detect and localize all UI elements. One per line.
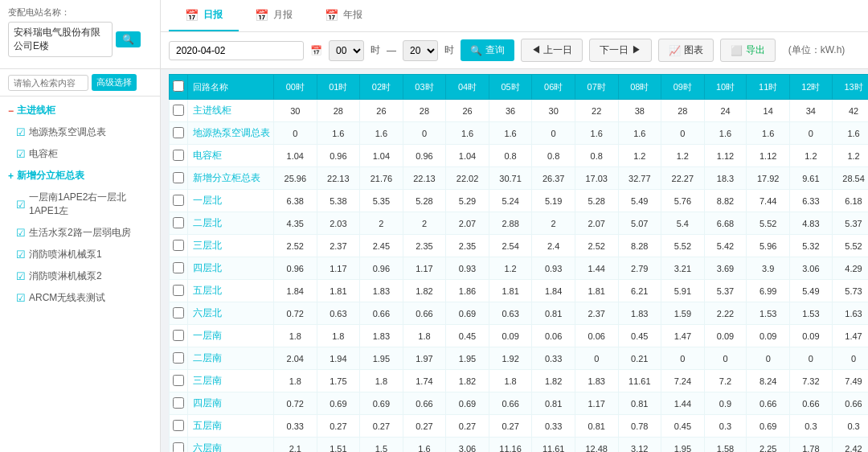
row-name: 二层北 [188,212,274,235]
select-all-checkbox[interactable] [173,80,184,92]
row-value: 22.13 [317,167,360,190]
row-name-link[interactable]: 一层北 [193,195,222,206]
sidebar-item-new-split[interactable]: + 新增分立柜总表 [0,165,160,187]
row-checkbox[interactable] [173,262,184,273]
row-value: 1.83 [618,302,661,325]
tab-daily[interactable]: 📅 日报 [169,0,239,31]
row-value: 0.78 [618,415,661,438]
sidebar-item-label: 消防喷淋机械泵2 [29,269,102,283]
row-value: 1.84 [532,280,575,302]
row-value: 2.22 [704,302,747,325]
row-name-link[interactable]: 二层南 [193,352,222,364]
chart-button[interactable]: 📈 图表 [658,39,714,62]
sidebar-item-ground-heat-ac[interactable]: ☑ 地源热泵空调总表 [0,121,160,143]
row-value: 1.17 [317,257,360,280]
row-value: 2.52 [274,235,317,257]
table-row: 二层北4.352.03222.072.8822.075.075.46.685.5… [170,212,869,235]
row-value: 0.69 [317,392,360,415]
row-value: 26.37 [532,167,575,190]
export-button[interactable]: ⬜ 导出 [720,39,776,62]
row-checkbox[interactable] [173,285,184,296]
date-input[interactable] [169,41,304,60]
row-checkbox[interactable] [173,330,184,341]
row-checkbox[interactable] [173,217,184,228]
row-value: 0.27 [403,415,446,438]
row-value: 1.47 [832,325,868,347]
row-value: 1.86 [446,280,489,302]
row-checkbox[interactable] [173,127,184,138]
tab-yearly[interactable]: 📅 年报 [309,0,379,31]
row-value: 5.19 [532,190,575,212]
row-value: 5.49 [789,280,832,302]
sidebar-item-electric-cabinet[interactable]: ☑ 电容柜 [0,143,160,165]
row-value: 0.09 [747,325,790,347]
row-value: 5.28 [403,190,446,212]
table-row: 五层南0.330.270.270.270.270.270.330.810.780… [170,415,869,438]
row-value: 9.61 [789,167,832,190]
row-name: 一层南 [188,325,274,347]
row-name-link[interactable]: 六层南 [193,442,222,452]
row-checkbox[interactable] [173,240,184,251]
sidebar-item-label: 一层南1APE2右一层北1APE1左 [29,191,152,218]
unit-label: (单位：kW.h) [788,43,845,57]
hour-end-select[interactable]: 20212223 [403,40,438,61]
prev-day-button[interactable]: ◀ 上一日 [521,39,583,62]
filter-input[interactable] [8,75,88,91]
row-name-link[interactable]: 四层北 [193,262,222,273]
row-value: 30 [274,100,317,122]
row-name-link[interactable]: 一层南 [193,330,222,341]
row-value: 0 [832,347,868,370]
sidebar-item-arcm[interactable]: ☑ ARCM无线表测试 [0,287,160,309]
row-value: 7.49 [832,370,868,392]
row-checkbox[interactable] [173,352,184,364]
row-checkbox[interactable] [173,375,184,386]
row-value: 1.74 [403,370,446,392]
row-name-link[interactable]: 二层北 [193,217,222,228]
calendar-icon: 📅 [310,45,322,56]
row-name-link[interactable]: 新增分立柜总表 [193,172,260,183]
row-name-link[interactable]: 四层南 [193,397,222,409]
row-name-link[interactable]: 五层北 [193,285,222,296]
row-value: 0.27 [317,415,360,438]
sidebar-item-label: 主进线柜 [17,104,55,117]
row-name-link[interactable]: 主进线柜 [193,105,231,116]
row-checkbox[interactable] [173,397,184,409]
row-value: 3.06 [789,257,832,280]
hour-start-select[interactable]: 000102 [329,40,364,61]
sidebar-item-floor1-ape[interactable]: ☑ 一层南1APE2右一层北1APE1左 [0,187,160,222]
row-name-link[interactable]: 电容柜 [193,150,222,161]
row-checkbox[interactable] [173,105,184,116]
sidebar-item-main-cabinet[interactable]: − 主进线柜 [0,100,160,121]
row-name-link[interactable]: 地源热泵空调总表 [193,127,270,138]
station-search-button[interactable]: 🔍 [116,31,141,47]
tab-monthly[interactable]: 📅 月报 [239,0,309,31]
row-checkbox[interactable] [173,442,184,453]
advanced-select-button[interactable]: 高级选择 [92,74,137,91]
sidebar-item-fire-pump2[interactable]: ☑ 消防喷淋机械泵2 [0,265,160,287]
query-button[interactable]: 🔍 查询 [461,39,514,61]
row-checkbox-cell [170,280,188,302]
row-value: 5.28 [575,190,618,212]
row-checkbox[interactable] [173,420,184,431]
sidebar-item-label: 生活水泵2路一层弱电房 [29,226,131,240]
row-value: 5.35 [360,190,403,212]
row-value: 1.59 [661,302,705,325]
row-checkbox[interactable] [173,150,184,161]
row-value: 5.37 [704,280,747,302]
row-checkbox[interactable] [173,195,184,206]
row-name-link[interactable]: 五层南 [193,420,222,431]
row-value: 0.69 [446,302,489,325]
row-checkbox-cell [170,438,188,453]
row-value: 28.54 [832,167,868,190]
row-name-link[interactable]: 三层北 [193,240,222,251]
excel-icon: ⬜ [731,45,743,56]
row-checkbox[interactable] [173,172,184,183]
sidebar-item-fire-pump1[interactable]: ☑ 消防喷淋机械泵1 [0,244,160,265]
check-icon: ☑ [16,270,26,282]
row-name-link[interactable]: 三层南 [193,375,222,386]
row-checkbox[interactable] [173,307,184,318]
sidebar-item-water-pump[interactable]: ☑ 生活水泵2路一层弱电房 [0,222,160,244]
next-day-button[interactable]: 下一日 ▶ [589,39,651,62]
row-name-link[interactable]: 六层北 [193,307,222,318]
row-value: 1.53 [747,302,790,325]
